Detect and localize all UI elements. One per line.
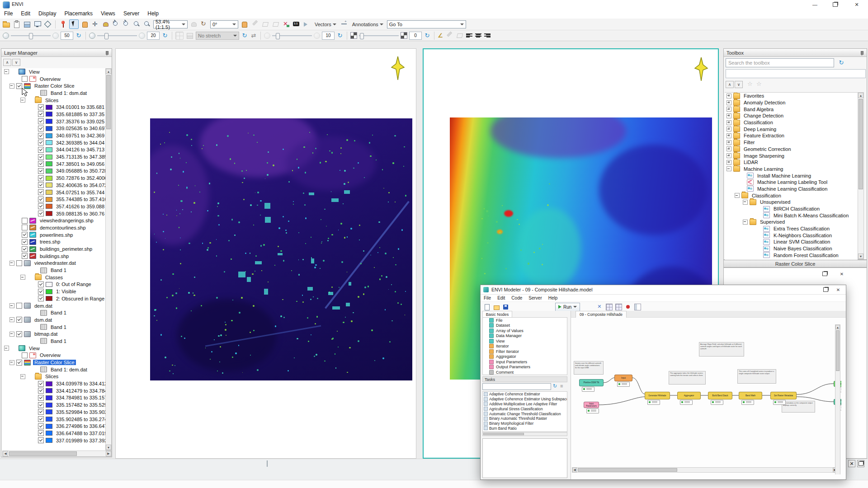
pin-icon[interactable] — [104, 51, 109, 55]
tree-expander-icon[interactable] — [726, 133, 731, 138]
layer-checkbox[interactable] — [38, 437, 44, 443]
placemark-pin-icon[interactable] — [694, 56, 708, 83]
layer-label[interactable]: 334.784981 to 335.157 — [55, 395, 106, 400]
layer-tree-row[interactable]: 337.019989 to 337.392 — [2, 437, 106, 444]
node-type-label[interactable]: Aggregator — [496, 354, 516, 359]
model-node[interactable]: Generate Hillshade — [645, 392, 670, 399]
save-model-icon[interactable] — [502, 304, 509, 310]
layer-checkbox[interactable] — [16, 331, 22, 337]
tree-expander-icon[interactable] — [726, 127, 731, 131]
tree-expander-icon[interactable] — [726, 146, 731, 151]
favorite-remove-icon[interactable]: ☆ — [756, 80, 762, 87]
menu-server[interactable]: Server — [119, 9, 143, 19]
toolbox-tree-row[interactable]: Linear SVM Classification — [725, 239, 858, 245]
layer-tree-row[interactable]: Band 1 — [2, 338, 106, 345]
layer-manager-hscrollbar[interactable]: ◀ ▶ — [2, 450, 112, 457]
toolbox-tree-row[interactable]: Naive Bayes Classification — [725, 245, 858, 252]
layer-checkbox[interactable] — [22, 239, 28, 245]
layer-checkbox[interactable] — [38, 182, 44, 188]
model-tab[interactable]: 09 - Composite Hillshade — [576, 311, 627, 318]
layer-tree-row[interactable]: buildings_perimeter.shp — [2, 245, 106, 253]
layer-label[interactable]: 350.72876 to 352.4006 — [55, 175, 106, 181]
layer-tree-row[interactable]: dem.dat — [2, 302, 106, 310]
scroll-right-icon[interactable]: ▶ — [106, 451, 111, 456]
layer-tree-row[interactable]: 334.039978 to 334.412 — [2, 380, 106, 387]
views-layout-icon[interactable] — [33, 20, 42, 28]
layer-tree-row[interactable]: Band 1: dsm.dat — [2, 89, 106, 97]
layer-checkbox[interactable] — [38, 430, 44, 436]
layer-tree-row[interactable]: demcontourlines.shp — [2, 224, 106, 231]
layer-label[interactable]: 344.04126 to 345.713 — [55, 147, 106, 152]
map-view-1[interactable] — [115, 48, 416, 459]
layer-label[interactable]: 354.07251 to 355.744 — [55, 190, 106, 195]
layer-label[interactable]: 345.713135 to 347.385 — [55, 154, 106, 160]
layer-label[interactable]: 342.369385 to 344.04 — [55, 140, 106, 145]
menu-file[interactable]: File — [0, 9, 17, 19]
layer-label[interactable]: 0: Out of Range — [55, 282, 93, 287]
layer-tree-row[interactable]: View — [2, 68, 106, 75]
tool-label[interactable]: Random Forest Classification — [772, 253, 840, 258]
layer-label[interactable]: 359.088135 to 360.76 — [55, 211, 106, 216]
layer-label[interactable]: viewshedraster.dat — [33, 260, 77, 266]
tasks-section-header[interactable]: Tasks — [482, 376, 567, 382]
open-file-icon[interactable] — [2, 20, 10, 28]
tree-expander-icon[interactable] — [726, 160, 731, 165]
layer-tree-row[interactable]: 334.412479 to 334.784 — [2, 387, 106, 394]
scroll-thumb[interactable] — [9, 451, 77, 456]
layer-checkbox[interactable] — [38, 147, 44, 153]
tree-expander-icon[interactable] — [9, 332, 14, 337]
comment-box[interactable]: This sums all 4 weighted rasters to prod… — [737, 369, 776, 384]
tree-expander-icon[interactable] — [9, 84, 14, 89]
tool-label[interactable]: Feature Extraction — [742, 133, 786, 138]
annotation-edit-icon[interactable] — [445, 31, 453, 40]
layer-tree-row[interactable]: 2: Obscured in Range — [2, 295, 106, 302]
layer-tree-row[interactable]: Band 1 — [2, 324, 106, 331]
toolbox-tree-row[interactable]: Band Algebra — [725, 106, 858, 113]
layer-label[interactable]: Raster Color Slice — [33, 83, 76, 89]
basic-node-row[interactable]: Dataset — [483, 323, 567, 328]
task-row[interactable]: Adaptive Coherence Estimator — [483, 392, 567, 397]
layer-label[interactable]: 334.412479 to 334.784 — [55, 388, 106, 394]
tasks-search-input[interactable] — [482, 383, 551, 390]
task-row[interactable]: Adaptive Coherence Estimator Using Subsp… — [483, 397, 567, 402]
tree-expander-icon[interactable] — [9, 303, 14, 308]
layer-tree-row[interactable]: Slices — [2, 97, 106, 104]
tool-label[interactable]: Machine Learning — [742, 166, 784, 172]
toolbox-tree-row[interactable]: Unsupervised — [725, 199, 858, 206]
task-label[interactable]: Burn Band Ratio — [489, 426, 517, 431]
layer-label[interactable]: 339.025635 to 340.697 — [55, 126, 106, 131]
layer-tree-row[interactable]: 336.274986 to 336.647 — [2, 422, 106, 430]
tree-expander-icon[interactable] — [726, 113, 731, 118]
basic-node-row[interactable]: View — [483, 338, 567, 344]
layer-checkbox[interactable] — [22, 225, 28, 230]
tool-label[interactable]: Filter — [742, 140, 756, 145]
layer-label[interactable]: 340.69751 to 342.369 — [55, 133, 106, 138]
layer-label[interactable]: buildings_perimeter.shp — [38, 246, 94, 252]
stretch-reset-icon[interactable]: ⇄ — [250, 32, 257, 39]
envi-modeler-window[interactable]: ENVI Modeler - 09 - Composite Hillshade.… — [480, 285, 846, 480]
new-model-icon[interactable] — [483, 304, 490, 310]
layer-tree-row[interactable]: powerlines.shp — [2, 231, 106, 239]
node-type-label[interactable]: Dataset — [496, 323, 510, 328]
tree-expander-icon[interactable] — [743, 220, 748, 225]
scroll-left-icon[interactable]: ◀ — [3, 451, 8, 456]
layer-tree-row[interactable]: 1: Visible — [2, 288, 106, 295]
data-manager-icon[interactable] — [23, 20, 31, 28]
layer-tree-row[interactable]: viewshedrangerings.shp — [2, 217, 106, 224]
zoom-tool-icon[interactable] — [132, 20, 141, 28]
mensuration-icon[interactable]: ∠ — [438, 32, 443, 39]
model-node[interactable]: Build Band Stack — [708, 392, 732, 399]
task-label[interactable]: Automatic Change Threshold Classificatio… — [489, 412, 561, 416]
layer-manager-vscrollbar[interactable]: ▲ ▼ — [105, 68, 112, 450]
tool-label[interactable]: Change Detection — [742, 113, 785, 118]
layer-tree-row[interactable]: 357.41626 to 359.088 — [2, 203, 106, 210]
layer-tree-row[interactable]: Classes — [2, 274, 106, 281]
pan-tool-icon[interactable] — [91, 20, 99, 28]
layer-tree-row[interactable]: 339.025635 to 340.697 — [2, 125, 106, 132]
layer-label[interactable]: Band 1 — [49, 338, 68, 344]
toolbox-tree-row[interactable]: Supervised — [725, 219, 858, 225]
transparency-slider[interactable] — [359, 32, 399, 39]
layer-tree-row[interactable]: 347.38501 to 349.056 — [2, 160, 106, 168]
fly-tool-icon[interactable] — [101, 20, 110, 28]
layer-checkbox[interactable] — [38, 388, 44, 394]
